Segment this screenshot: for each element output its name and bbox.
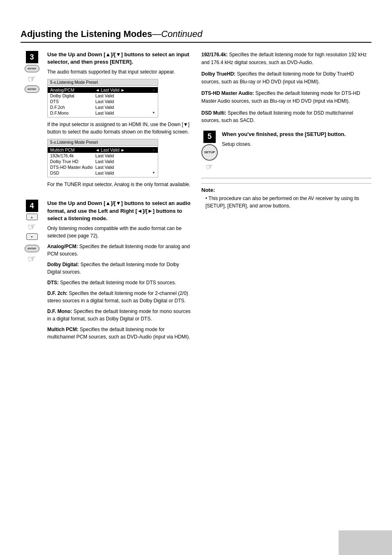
scroll-up-icon: ▲ xyxy=(152,88,155,92)
right-item2-term: DTS-HD Master Audio: xyxy=(201,90,254,96)
table2-header: 5-x.Listening Mode Preset xyxy=(48,139,158,146)
step4-item5-term: Multich PCM: xyxy=(47,327,78,332)
table1-row-3: D.F.2ch Last Valid xyxy=(48,104,158,110)
table2-row-0: Multich PCM ◄ Last Valid ► ▲ xyxy=(48,147,158,153)
table2-row-4: DSD Last Valid ▼ xyxy=(48,170,158,176)
step4-item2-term: DTS: xyxy=(47,280,59,286)
right-item1: Dolby TrueHD: Specifies the default list… xyxy=(201,70,371,85)
scroll2-up-icon: ▲ xyxy=(152,148,155,152)
table1-row-0: Analog/PCM ◄ Last Valid ► ▲ xyxy=(48,87,158,93)
scroll-down-icon: ▼ xyxy=(152,111,155,115)
scroll2-down-icon: ▼ xyxy=(152,171,155,175)
step4-body1: Only listening modes compatible with the… xyxy=(47,225,193,240)
table1-row-1: Dolby Digital Last Valid xyxy=(48,93,158,99)
left-column: 3 ENTER ☞ ENTER Use the Up and Down [▲]/… xyxy=(21,51,193,352)
enter-button-icon2: ENTER xyxy=(25,85,39,93)
hand-icon3: ☞ xyxy=(27,221,37,233)
step4-left: 4 ▲ ☞ ▼ ENTER ☞ xyxy=(21,200,43,344)
step4-item3: D.F. 2ch: Specifies the default listenin… xyxy=(47,290,193,304)
step4-item5: Multich PCM: Specifies the default liste… xyxy=(47,326,193,341)
right-item1-term: Dolby TrueHD: xyxy=(201,71,235,77)
page-title: Adjusting the Listening Modes—Continued xyxy=(21,29,371,39)
table1-row2-name: DTS xyxy=(50,99,95,104)
table1-row3-name: D.F.2ch xyxy=(50,105,95,110)
step4-block: 4 ▲ ☞ ▼ ENTER ☞ Use the Up and Down [▲]/… xyxy=(21,200,193,344)
step4-item0: Analog/PCM: Specifies the default listen… xyxy=(47,243,193,258)
down-btn-icon: ▼ xyxy=(26,233,38,240)
step3-number: 3 xyxy=(26,51,38,63)
preset-table2: 5-x.Listening Mode Preset Multich PCM ◄ … xyxy=(47,139,158,177)
note-section: Note: This procedure can also be perform… xyxy=(201,183,371,210)
note-list: This procedure can also be performed on … xyxy=(201,195,371,210)
step4-item4-term: D.F. Mono: xyxy=(47,309,72,314)
table2-row4-name: DSD xyxy=(50,170,95,175)
table1-row-2: DTS Last Valid xyxy=(48,99,158,104)
step3-body2: If the input selector is assigned to an … xyxy=(47,121,193,136)
up-btn-icon: ▲ xyxy=(26,214,38,220)
table2-body: Multich PCM ◄ Last Valid ► ▲ 192k/176.4k… xyxy=(48,146,158,177)
table1-row-4: D.F.Mono Last Valid ▼ xyxy=(48,110,158,116)
right-item0-term: 192/176.4k: xyxy=(201,52,228,58)
enter-button-icon3: ENTER xyxy=(25,245,39,252)
step3-left: 3 ENTER ☞ ENTER xyxy=(21,51,43,191)
step5-body: Setup closes. xyxy=(222,140,371,148)
step5-block: 5 SETUP ☞ When you've finished, press th… xyxy=(201,131,371,172)
preset-table1: 5-x.Listening Mode Preset Analog/PCM ◄ L… xyxy=(47,79,158,117)
table1-row1-name: Dolby Digital xyxy=(50,93,95,98)
gray-box xyxy=(339,530,392,555)
table2-row2-value: Last Valid xyxy=(95,159,155,164)
enter-button-icon: ENTER xyxy=(25,65,39,72)
step4-heading: Use the Up and Down [▲]/[▼] buttons to s… xyxy=(47,200,193,222)
table2-row4-value: Last Valid xyxy=(95,170,152,175)
step5-left: 5 SETUP ☞ xyxy=(201,131,218,172)
table1-row1-value: Last Valid xyxy=(95,93,155,98)
step3-remote-icon: ENTER ☞ ENTER xyxy=(25,65,39,93)
table1-row4-value: Last Valid xyxy=(95,111,152,115)
step5-heading: When you've finished, press the [SETUP] … xyxy=(222,131,371,138)
step3-block: 3 ENTER ☞ ENTER Use the Up and Down [▲]/… xyxy=(21,51,193,191)
page-title-area: Adjusting the Listening Modes—Continued xyxy=(21,29,371,43)
right-item3-term: DSD Multi: xyxy=(201,110,226,116)
note-title: Note: xyxy=(201,187,371,193)
note-item0: This procedure can also be performed on … xyxy=(205,195,371,210)
table1-row0-value: ◄ Last Valid ► xyxy=(95,88,152,92)
table2-row1-name: 192k/176.4k xyxy=(50,153,95,158)
right-column: 192/176.4k: Specifies the default listen… xyxy=(201,51,371,352)
table2-row-2: Dolby True HD Last Valid xyxy=(48,159,158,164)
step4-number: 4 xyxy=(26,200,38,212)
step4-item1-term: Dolby Digital: xyxy=(47,262,79,267)
step5-content: When you've finished, press the [SETUP] … xyxy=(222,131,371,172)
step5-number: 5 xyxy=(203,131,216,143)
right-item2: DTS-HD Master Audio: Specifies the defau… xyxy=(201,90,371,105)
setup-button-icon: SETUP xyxy=(201,144,218,161)
table2-row3-name: DTS-HD Master Audio xyxy=(50,165,95,170)
table1-header: 5-x.Listening Mode Preset xyxy=(48,79,158,86)
table2-row-3: DTS-HD Master Audio Last Valid xyxy=(48,164,158,170)
table1-row0-name: Analog/PCM xyxy=(50,88,95,92)
table2-row0-value: ◄ Last Valid ► xyxy=(95,147,152,152)
step4-item1: Dolby Digital: Specifies the default lis… xyxy=(47,261,193,276)
step4-remote-icon: ▲ ☞ ▼ ENTER ☞ xyxy=(25,214,39,264)
right-item3: DSD Multi: Specifies the default listeni… xyxy=(201,109,371,124)
table2-row3-value: Last Valid xyxy=(95,165,155,170)
right-item0: 192/176.4k: Specifies the default listen… xyxy=(201,51,371,66)
table1-body: Analog/PCM ◄ Last Valid ► ▲ Dolby Digita… xyxy=(48,86,158,117)
hand-icon4: ☞ xyxy=(27,253,37,265)
table1-row4-name: D.F.Mono xyxy=(50,111,95,115)
step4-item0-term: Analog/PCM: xyxy=(47,244,78,249)
table2-row2-name: Dolby True HD xyxy=(50,159,95,164)
step4-content: Use the Up and Down [▲]/[▼] buttons to s… xyxy=(47,200,193,344)
step3-heading: Use the Up and Down [▲]/[▼] buttons to s… xyxy=(47,51,193,66)
hand-icon: ☞ xyxy=(27,73,37,85)
step3-body1: The audio formats supported by that inpu… xyxy=(47,68,193,76)
table1-row2-value: Last Valid xyxy=(95,99,155,104)
step3-content: Use the Up and Down [▲]/[▼] buttons to s… xyxy=(47,51,193,191)
table2-row-1: 192k/176.4k Last Valid xyxy=(48,153,158,159)
divider xyxy=(201,178,371,178)
table1-row3-value: Last Valid xyxy=(95,105,155,110)
step4-item2: DTS: Specifies the default listening mod… xyxy=(47,279,193,286)
step4-item3-term: D.F. 2ch: xyxy=(47,290,67,296)
step3-body3: For the TUNER input selector, Analog is … xyxy=(47,181,193,188)
table2-row1-value: Last Valid xyxy=(95,153,155,158)
table2-row0-name: Multich PCM xyxy=(50,147,95,152)
